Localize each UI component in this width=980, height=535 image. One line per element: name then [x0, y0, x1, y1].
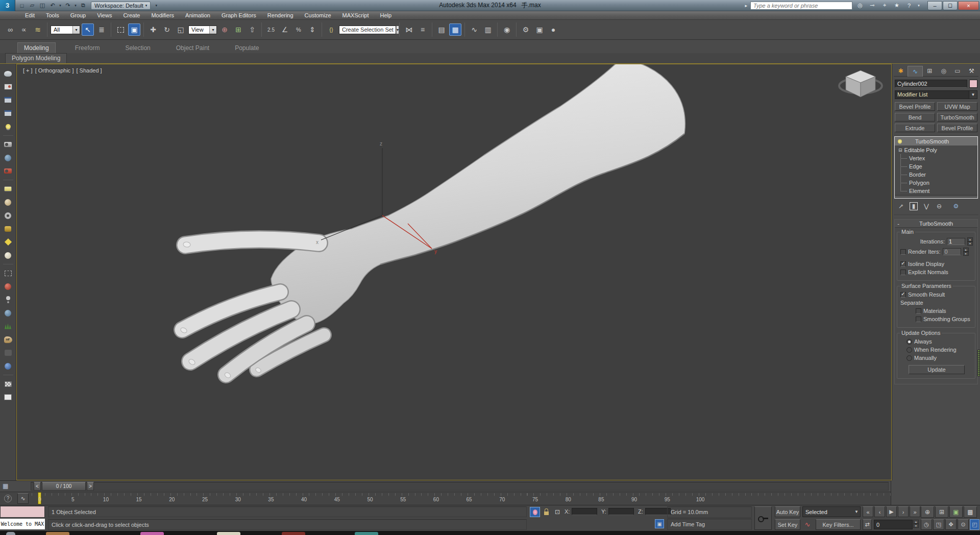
graphite-ribbon-toggle[interactable]: ▦ [449, 23, 461, 36]
camera-view-icon[interactable] [2, 152, 14, 163]
taskbar-app[interactable] [282, 532, 305, 535]
tab-modify[interactable]: ∿ [908, 66, 922, 77]
smooth-result-checkbox[interactable]: ✓ [900, 292, 906, 298]
hand-arm-model[interactable] [180, 64, 685, 379]
align-button[interactable]: ≡ [416, 23, 429, 36]
select-and-link-button[interactable]: ∞ [4, 23, 16, 36]
go-to-end-button[interactable]: » [910, 506, 920, 517]
favorites-icon[interactable]: ★ [892, 2, 901, 10]
globe-icon[interactable] [2, 307, 14, 319]
mirror-button[interactable]: ⋈ [403, 23, 415, 36]
rollout-collapse-icon[interactable]: - [895, 221, 902, 227]
panel-scrollbar[interactable] [977, 350, 980, 376]
track-bar-ruler[interactable]: 0510152025303540455055606570758085909510… [32, 492, 891, 505]
project-toolbar-button[interactable]: ⧉ [79, 2, 88, 10]
help-dropdown[interactable]: ▾ [917, 2, 921, 10]
zoom-all-button[interactable]: ⊞ [935, 506, 948, 518]
undo-dropdown[interactable]: ▾ [58, 2, 62, 10]
edit-named-selection-sets-button[interactable]: {} [325, 23, 337, 36]
maximize-viewport-toggle[interactable]: ◰ [970, 519, 979, 530]
always-radio[interactable] [906, 339, 912, 345]
zoom-button[interactable]: ⊕ [921, 506, 934, 518]
open-mini-curve-editor-button[interactable]: ∿ [17, 493, 29, 504]
auto-key-button[interactable]: Auto Key [775, 506, 800, 517]
cream-sphere-icon[interactable] [2, 250, 14, 261]
sign-in-icon[interactable]: ⊸ [868, 2, 877, 10]
material-editor-button[interactable]: ◉ [501, 23, 513, 36]
snaps-toggle[interactable]: 2.5 [265, 23, 277, 36]
previous-frame-button[interactable]: < [34, 482, 41, 491]
time-slider-track[interactable] [31, 482, 889, 491]
modifier-button[interactable]: TurboSmooth [937, 113, 977, 121]
viewport-general-menu[interactable]: [ + ] [23, 67, 33, 74]
tab-hierarchy[interactable]: ⊞ [923, 66, 937, 77]
explicit-normals-checkbox[interactable] [900, 270, 906, 275]
panel-icon[interactable] [2, 392, 14, 403]
window-crossing-toggle[interactable]: ▣ [128, 23, 140, 36]
grid-helper-icon[interactable] [2, 268, 14, 279]
modifier-button[interactable]: Extrude [895, 124, 935, 132]
stack-sub-level[interactable]: Element [895, 187, 977, 195]
video-camera-icon[interactable] [2, 165, 14, 177]
menu-item[interactable]: MAXScript [337, 12, 375, 18]
ribbon-tab[interactable]: Populate [229, 43, 265, 53]
select-and-manipulate-button[interactable]: ⊞ [232, 23, 244, 36]
help-icon[interactable]: ? [904, 2, 914, 10]
spin-up-icon[interactable]: ▲ [963, 248, 969, 252]
isoline-display-checkbox[interactable]: ✓ [900, 261, 906, 267]
character-icon[interactable] [2, 294, 14, 305]
configure-modifier-sets-button[interactable]: ⚙ [952, 202, 960, 210]
object-name-field[interactable]: Cylinder002 [895, 80, 967, 88]
angle-snap-toggle[interactable]: ∠ [279, 23, 291, 36]
reference-coordinate-dropdown[interactable]: View ▾ [188, 26, 217, 34]
menu-item[interactable]: Edit [19, 12, 40, 18]
zoom-extents-button[interactable]: ▣ [949, 506, 963, 518]
stack-sub-level[interactable]: Polygon [895, 179, 977, 187]
stack-item-editable-poly[interactable]: ⊟ Editable Poly [895, 145, 977, 154]
previous-frame-button[interactable]: ‹ [874, 506, 885, 517]
rendered-frame-icon[interactable] [2, 81, 14, 92]
bind-to-space-warp-button[interactable]: ≋ [32, 23, 44, 36]
ribbon-tab[interactable]: Object Paint [170, 43, 215, 53]
y-coordinate-field[interactable] [608, 508, 634, 515]
undo-button[interactable]: ↶ [48, 2, 57, 10]
time-configuration-button[interactable]: ◷ [921, 519, 932, 530]
select-and-rotate-button[interactable]: ↻ [161, 23, 173, 36]
update-button[interactable]: Update [909, 365, 965, 374]
app-menu-button[interactable]: 3 [0, 0, 15, 11]
save-file-button[interactable]: ◫ [38, 2, 47, 10]
menu-item[interactable]: Tools [40, 12, 65, 18]
sphere-primitive-icon[interactable] [2, 197, 14, 208]
menu-item[interactable]: Modifiers [145, 12, 180, 18]
viewport-shading-menu[interactable]: [ Shaded ] [76, 67, 102, 74]
viewport[interactable]: z x y [ + ] [ Orthographic ] [ Shaded ] [16, 64, 892, 480]
next-frame-button[interactable]: > [87, 482, 94, 491]
minimize-button[interactable]: – [927, 1, 942, 10]
orbit-button[interactable]: ⊙ [958, 519, 969, 530]
curve-editor-button[interactable]: ∿ [468, 23, 480, 36]
start-orb[interactable] [6, 532, 15, 535]
selection-lock-toggle[interactable] [541, 507, 551, 517]
infocenter-collapse-icon[interactable]: ▸ [745, 3, 747, 8]
ribbon-panel-polygon-modeling[interactable]: Polygon Modeling [5, 53, 67, 63]
search-icon[interactable]: ◎ [855, 2, 865, 10]
render-teapot-icon[interactable] [2, 68, 14, 79]
plane-primitive-icon[interactable] [2, 183, 14, 194]
render-production-button[interactable]: ● [547, 23, 559, 36]
go-to-start-button[interactable]: « [863, 506, 873, 517]
smoothing-groups-checkbox[interactable] [916, 317, 921, 322]
dark-utility-icon[interactable] [2, 347, 14, 358]
time-slider-handle[interactable]: 0 / 100 [42, 482, 86, 491]
select-and-move-button[interactable]: ✚ [147, 23, 159, 36]
ribbon-tab[interactable]: Selection [119, 43, 156, 53]
modifier-button[interactable]: Bend [895, 113, 935, 121]
iterations-field[interactable]: 1 [947, 238, 965, 245]
spin-down-icon[interactable]: ▼ [967, 241, 973, 246]
redo-dropdown[interactable]: ▾ [74, 2, 78, 10]
key-selection-dropdown[interactable]: Selected ▼ [802, 506, 861, 517]
iterations-spinner[interactable]: ▲ ▼ [967, 237, 973, 246]
unlink-selection-button[interactable]: ∝ [18, 23, 30, 36]
set-key-button[interactable]: Set Key [775, 519, 800, 530]
pan-view-button[interactable]: ✥ [945, 519, 957, 530]
play-animation-button[interactable]: ▶ [886, 506, 897, 517]
